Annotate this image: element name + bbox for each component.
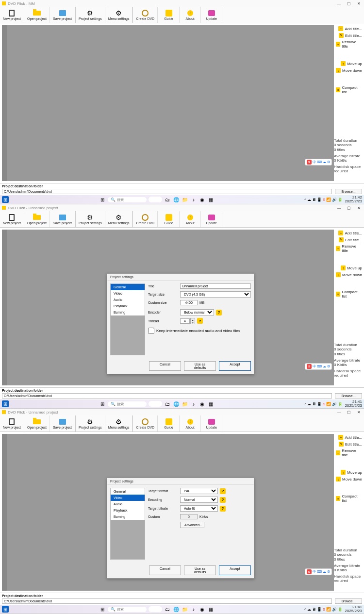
side-compact-list[interactable]: ≡Compact list (335, 84, 363, 95)
weather-pill[interactable] (149, 197, 162, 202)
tray-monitor-icon[interactable]: 🖥 (312, 402, 316, 406)
close-button[interactable]: ✕ (355, 205, 362, 211)
tb-chrome-icon[interactable]: ◉ (199, 606, 206, 613)
customsize-input[interactable] (180, 300, 198, 305)
tray-cloud-icon[interactable]: ☁ (307, 607, 311, 612)
tb-create-dvd[interactable]: Create DVD (133, 415, 158, 431)
help-icon[interactable]: ? (220, 506, 226, 512)
tray-wifi-icon[interactable]: 📶 (326, 402, 331, 406)
side-add-title[interactable]: +Add title... (335, 434, 363, 441)
side-compact-list[interactable]: ≡Compact list (335, 493, 363, 504)
close-button[interactable]: ✕ (355, 409, 362, 415)
tray-s-icon[interactable]: S (323, 198, 325, 202)
dest-folder-input[interactable]: C:\Users\admin\Documents\dvd (2, 598, 332, 604)
tb-project-settings[interactable]: ⚙Project settings (76, 7, 105, 23)
tb-guide[interactable]: Guide (158, 7, 180, 23)
spin-down-icon[interactable]: ▾ (191, 321, 195, 324)
tray-chevron-icon[interactable]: ^ (304, 198, 306, 202)
taskbar-search[interactable]: 🔍 (108, 401, 147, 407)
tb-app-icon[interactable]: 🗂 (164, 400, 171, 407)
tray-monitor-icon[interactable]: 🖥 (312, 198, 316, 202)
tb-update[interactable]: Update (201, 211, 222, 227)
tray-s-icon[interactable]: S (323, 607, 325, 612)
taskbar-clock[interactable]: 21:412025/2/23 (345, 400, 362, 408)
side-remove-title[interactable]: −Remove title (335, 39, 363, 50)
tab-general[interactable]: General (111, 284, 145, 290)
tb-project-settings[interactable]: ⚙Project settings (76, 415, 105, 431)
ime-tray-overlay[interactable]: S中⌨☁⚙ (305, 363, 332, 370)
tb-open-project[interactable]: Open project (24, 7, 50, 23)
tb-create-dvd[interactable]: Create DVD (133, 7, 158, 23)
tb-tiktok-icon[interactable]: ♪ (190, 606, 197, 613)
tray-volume-icon[interactable]: 🔊 (332, 198, 337, 202)
side-add-title[interactable]: +Add title... (335, 230, 363, 236)
use-defaults-button[interactable]: Use as defaults (184, 565, 216, 575)
tb-edge-icon[interactable]: 🌐 (173, 400, 180, 407)
use-defaults-button[interactable]: Use as defaults (184, 361, 216, 371)
tray-battery-icon[interactable]: 🔋 (338, 198, 343, 202)
tb-tiktok-icon[interactable]: ♪ (190, 400, 197, 407)
targetsize-select[interactable]: DVD (4.3 GB) (180, 291, 251, 298)
tb-project-settings[interactable]: ⚙Project settings (76, 211, 105, 227)
browse-button[interactable]: Browse... (335, 393, 362, 398)
tb-update[interactable]: Update (201, 7, 222, 23)
tb-new-project[interactable]: New project (0, 7, 24, 23)
tb-app-icon[interactable]: ▦ (208, 606, 215, 613)
side-edit-title[interactable]: ✎Edit title... (335, 32, 363, 39)
tab-burning[interactable]: Burning (111, 514, 145, 520)
bitrate-select[interactable]: Auto-fit (180, 505, 218, 512)
maximize-button[interactable]: ▢ (346, 205, 352, 211)
system-tray[interactable]: ^☁🖥📱S📶🔊🔋 (304, 607, 343, 612)
tb-chrome-icon[interactable]: ◉ (199, 400, 206, 407)
encoder-select[interactable]: Below normal (180, 309, 214, 315)
maximize-button[interactable]: ▢ (346, 409, 352, 415)
search-input[interactable] (117, 198, 141, 201)
browse-button[interactable]: Browse... (335, 189, 362, 194)
tb-about[interactable]: !About (180, 211, 201, 227)
maximize-button[interactable]: ▢ (346, 0, 352, 6)
titles-canvas[interactable]: S中⌨☁⚙ Project settings General Video Aud… (2, 434, 334, 591)
tb-menu-settings[interactable]: ⚙Menu settings (105, 7, 133, 23)
tab-audio[interactable]: Audio (111, 297, 145, 303)
side-move-up[interactable]: ↑Move up (335, 469, 363, 476)
tray-battery-icon[interactable]: 🔋 (338, 402, 343, 406)
search-input[interactable] (117, 608, 141, 611)
tb-new-project[interactable]: New project (0, 415, 24, 431)
tb-edge-icon[interactable]: 🌐 (173, 196, 180, 203)
keep-intermediate-checkbox[interactable] (148, 328, 154, 334)
side-remove-title[interactable]: −Remove title (335, 448, 363, 458)
tray-phone-icon[interactable]: 📱 (317, 607, 322, 612)
tb-about[interactable]: !About (180, 415, 201, 431)
tb-menu-settings[interactable]: ⚙Menu settings (105, 415, 133, 431)
tb-edge-icon[interactable]: 🌐 (173, 606, 180, 613)
start-menu-icon[interactable]: ⊞ (99, 606, 106, 613)
taskbar-search[interactable]: 🔍 (108, 197, 147, 202)
weather-pill[interactable] (149, 401, 162, 407)
cancel-button[interactable]: Cancel (149, 361, 181, 371)
tray-volume-icon[interactable]: 🔊 (332, 607, 337, 612)
taskbar-clock[interactable]: 21:422025/2/23 (345, 196, 362, 203)
tb-open-project[interactable]: Open project (24, 211, 50, 227)
start-button[interactable]: ⊞ (2, 196, 9, 203)
tab-video[interactable]: Video (111, 290, 145, 297)
help-icon[interactable]: ? (220, 488, 226, 494)
tb-tiktok-icon[interactable]: ♪ (190, 196, 197, 203)
minimize-button[interactable]: — (336, 409, 343, 415)
help-icon[interactable]: ? (197, 318, 203, 324)
help-icon[interactable]: ? (220, 497, 226, 503)
side-move-down[interactable]: ↓Move down (335, 67, 363, 74)
accept-button[interactable]: Accept (219, 565, 251, 575)
tb-app-icon[interactable]: ▦ (208, 196, 215, 203)
titles-canvas[interactable]: S 中 ⌨ ☁ ⚙ (2, 25, 334, 181)
tray-volume-icon[interactable]: 🔊 (332, 402, 337, 406)
taskbar-search[interactable]: 🔍 (108, 607, 147, 612)
start-menu-icon[interactable]: ⊞ (99, 196, 106, 203)
tb-chrome-icon[interactable]: ◉ (199, 196, 206, 203)
help-icon[interactable]: ? (216, 310, 222, 315)
encoding-select[interactable]: Normal (180, 497, 218, 503)
ime-tray-overlay[interactable]: S 中 ⌨ ☁ ⚙ (305, 159, 332, 166)
tab-playback[interactable]: Playback (111, 303, 145, 309)
tab-video[interactable]: Video (111, 495, 145, 501)
tb-save-project[interactable]: Save project (50, 415, 75, 431)
system-tray[interactable]: ^ ☁ 🖥 📱 S 📶 🔊 🔋 (304, 198, 343, 202)
